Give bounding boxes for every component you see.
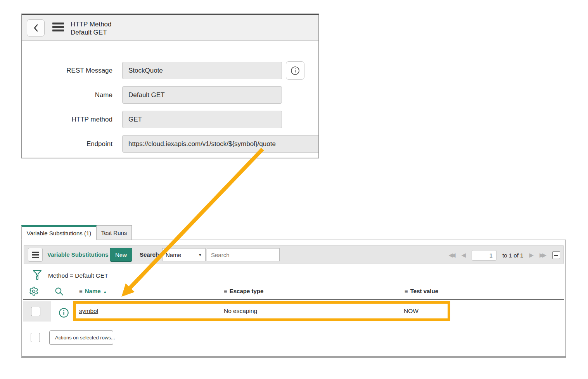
row-checkbox-cell: [23, 301, 51, 322]
column-escape-label: Escape type: [230, 288, 264, 294]
column-menu-icon[interactable]: ≡: [405, 288, 408, 294]
select-all-checkbox[interactable]: [31, 333, 40, 342]
tab-variable-substitutions-label: Variable Substitutions (1): [27, 230, 91, 236]
back-button[interactable]: [27, 19, 45, 37]
column-menu-icon[interactable]: ≡: [224, 288, 227, 294]
sort-ascending-icon: ▲: [103, 290, 107, 294]
http-method-label: HTTP method: [22, 111, 112, 128]
tab-test-runs-label: Test Runs: [101, 229, 127, 236]
form-row-endpoint: Endpoint: [22, 135, 318, 153]
column-menu-icon[interactable]: ≡: [79, 288, 83, 294]
new-button[interactable]: New: [110, 248, 132, 262]
row-info-icon[interactable]: [59, 308, 69, 318]
tabstrip: Variable Substitutions (1) Test Runs: [21, 225, 566, 240]
cell-test-value: NOW: [404, 301, 419, 321]
endpoint-field[interactable]: [122, 135, 319, 153]
row-checkbox[interactable]: [31, 307, 40, 316]
chevron-left-icon: [33, 24, 38, 32]
rest-message-label: REST Message: [22, 62, 112, 79]
list-footer: Actions on selected rows... ◀◀ ◀ to 1 of…: [22, 330, 566, 346]
filter-condition-text[interactable]: Method = Default GET: [48, 268, 108, 283]
column-header-test-value[interactable]: ≡Test value: [405, 283, 438, 299]
previous-page-button[interactable]: ◀: [462, 252, 466, 258]
column-header-name[interactable]: ≡Name▲: [79, 283, 107, 300]
actions-select-label: Actions on selected rows...: [55, 335, 115, 341]
filter-funnel-icon[interactable]: [33, 269, 42, 281]
last-page-button[interactable]: ▶▶: [540, 252, 546, 258]
endpoint-label: Endpoint: [22, 135, 112, 153]
page-number-input[interactable]: [472, 250, 496, 261]
info-icon: [291, 66, 300, 75]
actions-select[interactable]: Actions on selected rows...: [49, 330, 113, 345]
variable-substitutions-panel: Variable Substitutions (1) Test Runs Var…: [21, 225, 566, 358]
form-row-http-method: HTTP method: [22, 111, 318, 128]
column-name-label: Name: [85, 288, 101, 294]
column-search-icon[interactable]: [54, 287, 64, 296]
collapse-list-button[interactable]: [552, 251, 560, 259]
table-header-row: ≡Name▲ ≡Escape type ≡Test value: [22, 283, 566, 299]
tab-test-runs[interactable]: Test Runs: [97, 225, 132, 240]
name-field[interactable]: [122, 86, 282, 104]
top-pager: ◀◀ ◀ to 1 of 1 ▶ ▶▶: [449, 249, 560, 261]
select-caret-icon: ▼: [198, 253, 202, 257]
first-page-button[interactable]: ◀◀: [449, 252, 456, 258]
page: HTTP Method Default GET REST Message Nam…: [0, 0, 588, 379]
search-field-select[interactable]: Name ▼: [162, 248, 206, 261]
cell-name-link[interactable]: symbol: [79, 301, 98, 321]
column-test-label: Test value: [410, 288, 438, 294]
form-row-name: Name: [22, 86, 318, 104]
list-title: Variable Substitutions: [47, 245, 109, 264]
page-range-text: to 1 of 1: [502, 252, 523, 259]
form-title-line1: HTTP Method: [71, 20, 112, 28]
context-menu-icon[interactable]: [52, 23, 64, 31]
http-method-field[interactable]: [122, 111, 282, 128]
table-row: symbol No escaping NOW: [22, 300, 566, 322]
rest-message-field[interactable]: [122, 62, 282, 79]
form-title-line2: Default GET: [71, 28, 112, 37]
list-body: Variable Substitutions New Search Name ▼…: [21, 240, 566, 358]
next-page-button[interactable]: ▶: [529, 252, 534, 258]
gear-icon[interactable]: [29, 286, 39, 296]
search-field-selected-value: Name: [166, 252, 181, 258]
tab-variable-substitutions[interactable]: Variable Substitutions (1): [21, 225, 97, 240]
search-label: Search: [140, 245, 159, 264]
form-title: HTTP Method Default GET: [71, 20, 112, 37]
cell-escape-type: No escaping: [224, 301, 257, 321]
rest-message-info-button[interactable]: [286, 61, 304, 80]
form-header: HTTP Method Default GET: [22, 15, 318, 41]
name-label: Name: [22, 86, 112, 104]
list-menu-button[interactable]: [28, 248, 43, 262]
search-input[interactable]: [207, 248, 280, 261]
form-row-rest-message: REST Message: [22, 62, 318, 79]
http-method-form-panel: HTTP Method Default GET REST Message Nam…: [21, 14, 319, 158]
list-toolbar: Variable Substitutions New Search Name ▼…: [24, 245, 564, 264]
minimize-icon: [554, 255, 558, 256]
column-header-escape-type[interactable]: ≡Escape type: [224, 283, 263, 299]
row-highlight-box: [73, 301, 450, 321]
